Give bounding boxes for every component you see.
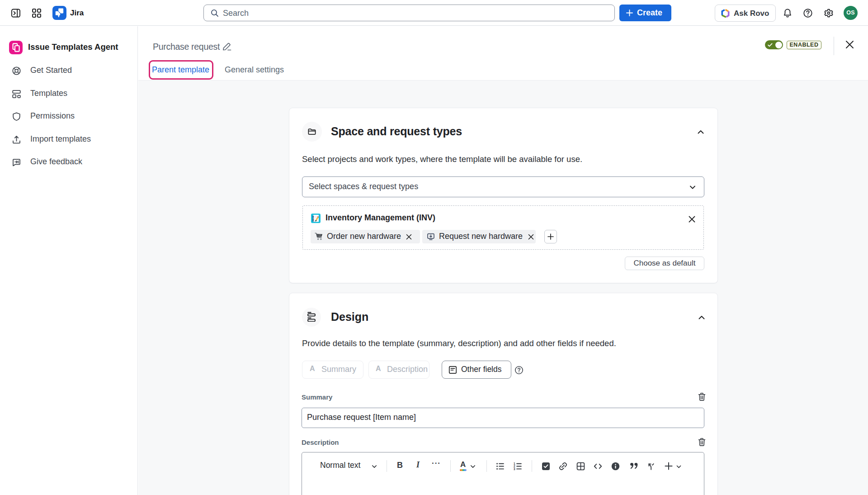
- svg-text:3: 3: [514, 467, 515, 471]
